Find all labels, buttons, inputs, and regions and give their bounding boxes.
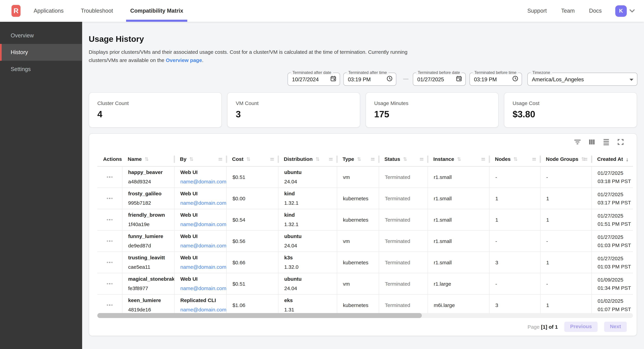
column-header-node-groups[interactable]: Node Groups ⇅ [540, 152, 591, 166]
created-by-email-link[interactable]: name@domain.com [180, 200, 226, 206]
column-menu-icon[interactable] [481, 158, 485, 160]
column-header-created-at[interactable]: Created At ↓ [591, 152, 633, 166]
columns-icon[interactable] [588, 138, 596, 146]
row-actions-cell[interactable] [98, 295, 122, 316]
cluster-id: a48d9324 [128, 179, 174, 185]
navbar-right-group: Support Team Docs K [513, 0, 635, 22]
created-by-email-link[interactable]: name@domain.com [180, 286, 226, 292]
table-row: trusting_leavitt cae5ea11 Web UI name@do… [98, 252, 633, 273]
calendar-icon[interactable] [456, 75, 462, 83]
column-menu-icon[interactable] [420, 158, 424, 160]
column-header-nodes[interactable]: Nodes ⇅ [489, 152, 540, 166]
column-header-cost[interactable]: Cost ⇅ [226, 152, 278, 166]
sort-desc-icon: ↓ [626, 156, 628, 162]
column-menu-icon[interactable] [329, 158, 333, 160]
distribution-cell: eks 1.31 [278, 295, 337, 316]
table-pagination: Page [1] of 1 Previous Next [528, 322, 627, 332]
instance-cell: r1.small [428, 188, 489, 209]
row-actions-cell[interactable] [98, 209, 122, 230]
column-header-name[interactable]: Name ⇅ [122, 152, 174, 166]
column-menu-icon[interactable] [371, 158, 375, 160]
calendar-icon[interactable] [330, 75, 336, 83]
column-header-by[interactable]: By ⇅ [174, 152, 226, 166]
cluster-name: friendly_brown [128, 212, 174, 218]
column-separator [226, 156, 227, 163]
by-cell: Web UI name@domain.com [174, 252, 226, 273]
previous-page-button[interactable]: Previous [564, 322, 598, 332]
column-header-status[interactable]: Status ⇅ [379, 152, 428, 166]
dropdown-caret-icon[interactable] [629, 75, 634, 83]
filter-icon[interactable] [574, 138, 581, 146]
team-link[interactable]: Team [561, 8, 574, 14]
status-badge: Terminated [385, 281, 428, 287]
cluster-name: keen_lumiere [128, 298, 174, 303]
kebab-menu-icon [107, 198, 113, 199]
created-by-email-link[interactable]: name@domain.com [180, 222, 226, 227]
row-actions-cell[interactable] [98, 231, 122, 252]
active-item-accent-bar [0, 44, 2, 61]
page-indicator: Page [1] of 1 [528, 324, 558, 330]
column-menu-icon[interactable] [532, 158, 536, 160]
sidebar-item-overview[interactable]: Overview [0, 27, 82, 44]
instance-cell: r1.small [428, 252, 489, 273]
horizontal-scrollbar-thumb[interactable] [98, 313, 422, 318]
column-menu-icon[interactable] [584, 158, 588, 160]
created-time: 01:07 PM PST [598, 306, 633, 312]
distribution-version: 1.32.1 [284, 200, 337, 206]
overview-page-link[interactable]: Overview page [166, 57, 202, 63]
created-at-cell: 01/27/2025 01:51 PM PST [591, 209, 633, 230]
column-header-actions[interactable]: Actions [98, 152, 122, 166]
by-cell: Web UI name@domain.com [174, 231, 226, 252]
stat-card-usage-cost: Usage Cost $3.80 [504, 92, 637, 128]
cluster-id: 4819de16 [128, 307, 174, 313]
instance-cell: r1.small [428, 209, 489, 230]
row-actions-cell[interactable] [98, 252, 122, 273]
tab-troubleshoot[interactable]: Troubleshoot [77, 0, 117, 22]
sidebar-item-history[interactable]: History [0, 44, 82, 61]
terminated-after-time-field[interactable]: Terminated after time 03:19 PM [343, 72, 396, 86]
column-separator [278, 156, 279, 163]
column-menu-icon[interactable] [218, 158, 222, 160]
column-menu-icon[interactable] [270, 158, 274, 160]
sidebar-item-settings[interactable]: Settings [0, 61, 82, 78]
clock-icon[interactable] [386, 75, 392, 83]
terminated-before-date-field[interactable]: Terminated before date 01/27/2025 [413, 72, 466, 86]
column-header-instance[interactable]: Instance ⇅ [428, 152, 489, 166]
cluster-name: funny_lumiere [128, 233, 174, 239]
row-actions-cell[interactable] [98, 167, 122, 188]
row-actions-cell[interactable] [98, 273, 122, 294]
created-by-email-link[interactable]: name@domain.com [180, 264, 226, 270]
density-icon[interactable] [602, 138, 610, 146]
created-by-email-link[interactable]: name@domain.com [180, 243, 226, 249]
name-cell: keen_lumiere 4819de16 [122, 295, 174, 316]
next-page-button[interactable]: Next [604, 322, 627, 332]
status-badge: Terminated [385, 238, 428, 244]
created-by-email-link[interactable]: name@domain.com [180, 307, 226, 313]
avatar[interactable]: K [615, 5, 627, 16]
cluster-id: cae5ea11 [128, 264, 174, 270]
tab-applications[interactable]: Applications [30, 0, 68, 22]
name-cell: magical_stonebraker fe3f8977 [122, 273, 174, 294]
fullscreen-icon[interactable] [617, 138, 624, 146]
created-date: 01/27/2025 [598, 191, 633, 197]
distribution-cell: kind 1.32.1 [278, 188, 337, 209]
cluster-name: frosty_galileo [128, 191, 174, 197]
replicated-logo-icon[interactable]: R [12, 5, 20, 17]
distribution-version: 1.31 [284, 307, 337, 313]
by-cell: Web UI name@domain.com [174, 209, 226, 230]
created-time: 01:03 PM PST [598, 242, 633, 248]
chevron-down-icon[interactable] [629, 9, 635, 13]
terminated-after-date-field[interactable]: Terminated after date 10/27/2024 [288, 72, 340, 86]
status-cell: Terminated [379, 231, 428, 252]
row-actions-cell[interactable] [98, 188, 122, 209]
support-link[interactable]: Support [527, 8, 547, 14]
docs-link[interactable]: Docs [589, 8, 602, 14]
created-by-method: Web UI [180, 169, 226, 175]
tab-compatibility-matrix[interactable]: Compatibility Matrix [126, 0, 187, 22]
clock-icon[interactable] [512, 75, 518, 83]
column-header-type[interactable]: Type ⇅ [337, 152, 379, 166]
created-by-email-link[interactable]: name@domain.com [180, 179, 226, 185]
terminated-before-time-field[interactable]: Terminated before time 03:19 PM [470, 72, 522, 86]
column-header-distribution[interactable]: Distribution ⇅ [278, 152, 337, 166]
timezone-select[interactable]: Timezone America/Los_Angeles [528, 72, 638, 86]
